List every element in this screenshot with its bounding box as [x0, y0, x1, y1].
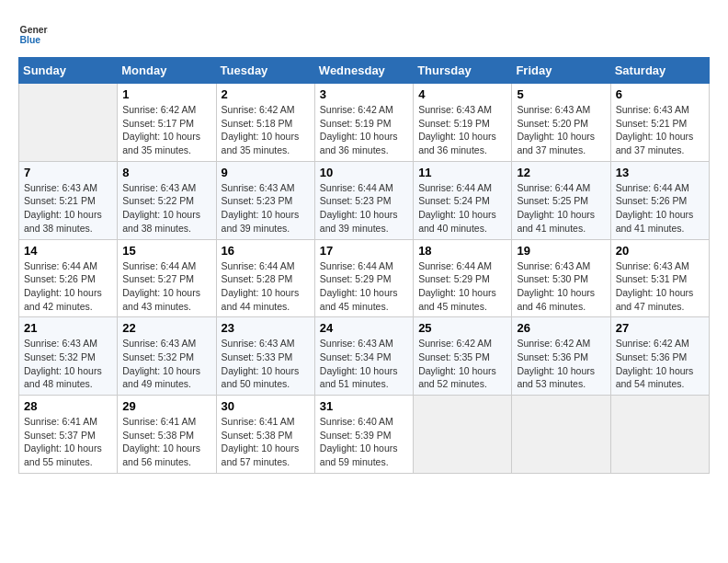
- calendar-table: SundayMondayTuesdayWednesdayThursdayFrid…: [18, 57, 710, 474]
- day-number: 3: [320, 87, 408, 101]
- day-number: 16: [222, 244, 310, 258]
- calendar-cell: 19Sunrise: 6:43 AM Sunset: 5:30 PM Dayli…: [512, 239, 610, 317]
- day-number: 22: [122, 321, 210, 335]
- day-number: 21: [24, 321, 112, 335]
- calendar-cell: 15Sunrise: 6:44 AM Sunset: 5:27 PM Dayli…: [118, 239, 216, 317]
- day-number: 13: [616, 166, 704, 179]
- calendar-cell: 26Sunrise: 6:42 AM Sunset: 5:36 PM Dayli…: [512, 317, 610, 396]
- day-info: Sunrise: 6:42 AM Sunset: 5:35 PM Dayligh…: [418, 338, 496, 389]
- calendar-cell: [414, 396, 512, 474]
- calendar-cell: 21Sunrise: 6:43 AM Sunset: 5:32 PM Dayli…: [19, 317, 118, 396]
- day-info: Sunrise: 6:44 AM Sunset: 5:26 PM Dayligh…: [24, 260, 102, 312]
- day-info: Sunrise: 6:42 AM Sunset: 5:18 PM Dayligh…: [222, 104, 300, 155]
- day-info: Sunrise: 6:44 AM Sunset: 5:29 PM Dayligh…: [320, 260, 398, 312]
- day-number: 6: [616, 87, 704, 101]
- day-info: Sunrise: 6:44 AM Sunset: 5:27 PM Dayligh…: [122, 260, 200, 312]
- day-info: Sunrise: 6:44 AM Sunset: 5:26 PM Dayligh…: [616, 182, 694, 234]
- day-number: 19: [517, 244, 605, 258]
- day-header-thursday: Thursday: [414, 58, 512, 84]
- day-info: Sunrise: 6:42 AM Sunset: 5:19 PM Dayligh…: [320, 104, 398, 155]
- calendar-cell: [19, 84, 118, 162]
- day-number: 30: [222, 399, 310, 413]
- calendar-cell: [610, 396, 709, 474]
- calendar-week-4: 21Sunrise: 6:43 AM Sunset: 5:32 PM Dayli…: [19, 317, 710, 396]
- day-number: 15: [122, 244, 210, 258]
- day-header-wednesday: Wednesday: [314, 58, 413, 84]
- day-number: 4: [418, 87, 506, 101]
- calendar-cell: 24Sunrise: 6:43 AM Sunset: 5:34 PM Dayli…: [314, 317, 413, 396]
- calendar-cell: 30Sunrise: 6:41 AM Sunset: 5:38 PM Dayli…: [216, 396, 314, 474]
- day-info: Sunrise: 6:43 AM Sunset: 5:34 PM Dayligh…: [320, 338, 398, 389]
- day-number: 9: [222, 166, 310, 179]
- day-info: Sunrise: 6:42 AM Sunset: 5:17 PM Dayligh…: [122, 104, 200, 155]
- day-number: 29: [122, 399, 210, 413]
- calendar-cell: 23Sunrise: 6:43 AM Sunset: 5:33 PM Dayli…: [216, 317, 314, 396]
- calendar-week-3: 14Sunrise: 6:44 AM Sunset: 5:26 PM Dayli…: [19, 239, 710, 317]
- day-number: 5: [517, 87, 605, 101]
- page-header: General Blue: [18, 18, 710, 48]
- logo-icon: General Blue: [18, 18, 48, 48]
- day-info: Sunrise: 6:43 AM Sunset: 5:32 PM Dayligh…: [122, 338, 200, 389]
- day-number: 14: [24, 244, 112, 258]
- calendar-cell: 4Sunrise: 6:43 AM Sunset: 5:19 PM Daylig…: [414, 84, 512, 162]
- calendar-week-5: 28Sunrise: 6:41 AM Sunset: 5:37 PM Dayli…: [19, 396, 710, 474]
- day-number: 24: [320, 321, 408, 335]
- day-number: 25: [418, 321, 506, 335]
- calendar-cell: 22Sunrise: 6:43 AM Sunset: 5:32 PM Dayli…: [118, 317, 216, 396]
- day-number: 12: [517, 166, 605, 179]
- calendar-cell: 12Sunrise: 6:44 AM Sunset: 5:25 PM Dayli…: [512, 161, 610, 239]
- day-number: 17: [320, 244, 408, 258]
- day-number: 8: [122, 166, 210, 179]
- calendar-cell: 1Sunrise: 6:42 AM Sunset: 5:17 PM Daylig…: [118, 84, 216, 162]
- calendar-cell: 11Sunrise: 6:44 AM Sunset: 5:24 PM Dayli…: [414, 161, 512, 239]
- day-number: 18: [418, 244, 506, 258]
- calendar-cell: 6Sunrise: 6:43 AM Sunset: 5:21 PM Daylig…: [610, 84, 709, 162]
- day-info: Sunrise: 6:43 AM Sunset: 5:21 PM Dayligh…: [616, 104, 694, 155]
- day-info: Sunrise: 6:41 AM Sunset: 5:37 PM Dayligh…: [24, 416, 102, 467]
- day-info: Sunrise: 6:44 AM Sunset: 5:29 PM Dayligh…: [418, 260, 496, 312]
- calendar-cell: 25Sunrise: 6:42 AM Sunset: 5:35 PM Dayli…: [414, 317, 512, 396]
- calendar-cell: 29Sunrise: 6:41 AM Sunset: 5:38 PM Dayli…: [118, 396, 216, 474]
- calendar-cell: 7Sunrise: 6:43 AM Sunset: 5:21 PM Daylig…: [19, 161, 118, 239]
- day-number: 27: [616, 321, 704, 335]
- calendar-cell: 14Sunrise: 6:44 AM Sunset: 5:26 PM Dayli…: [19, 239, 118, 317]
- logo: General Blue: [18, 18, 51, 48]
- day-number: 2: [222, 87, 310, 101]
- day-number: 1: [122, 87, 210, 101]
- svg-text:General: General: [20, 25, 48, 35]
- day-info: Sunrise: 6:44 AM Sunset: 5:23 PM Dayligh…: [320, 182, 398, 234]
- day-header-friday: Friday: [512, 58, 610, 84]
- day-number: 28: [24, 399, 112, 413]
- calendar-cell: 5Sunrise: 6:43 AM Sunset: 5:20 PM Daylig…: [512, 84, 610, 162]
- day-info: Sunrise: 6:43 AM Sunset: 5:32 PM Dayligh…: [24, 338, 102, 389]
- day-info: Sunrise: 6:41 AM Sunset: 5:38 PM Dayligh…: [122, 416, 200, 467]
- calendar-cell: 10Sunrise: 6:44 AM Sunset: 5:23 PM Dayli…: [314, 161, 413, 239]
- calendar-cell: 31Sunrise: 6:40 AM Sunset: 5:39 PM Dayli…: [314, 396, 413, 474]
- day-header-monday: Monday: [118, 58, 216, 84]
- day-info: Sunrise: 6:43 AM Sunset: 5:21 PM Dayligh…: [24, 182, 102, 234]
- calendar-cell: 8Sunrise: 6:43 AM Sunset: 5:22 PM Daylig…: [118, 161, 216, 239]
- day-number: 26: [517, 321, 605, 335]
- svg-text:Blue: Blue: [20, 35, 41, 45]
- calendar-cell: 20Sunrise: 6:43 AM Sunset: 5:31 PM Dayli…: [610, 239, 709, 317]
- calendar-cell: 17Sunrise: 6:44 AM Sunset: 5:29 PM Dayli…: [314, 239, 413, 317]
- day-header-sunday: Sunday: [19, 58, 118, 84]
- day-number: 31: [320, 399, 408, 413]
- day-number: 7: [24, 166, 112, 179]
- calendar-cell: 3Sunrise: 6:42 AM Sunset: 5:19 PM Daylig…: [314, 84, 413, 162]
- day-info: Sunrise: 6:42 AM Sunset: 5:36 PM Dayligh…: [616, 338, 694, 389]
- day-info: Sunrise: 6:43 AM Sunset: 5:22 PM Dayligh…: [122, 182, 200, 234]
- day-info: Sunrise: 6:43 AM Sunset: 5:20 PM Dayligh…: [517, 104, 595, 155]
- day-info: Sunrise: 6:41 AM Sunset: 5:38 PM Dayligh…: [222, 416, 300, 467]
- day-info: Sunrise: 6:43 AM Sunset: 5:30 PM Dayligh…: [517, 260, 595, 312]
- day-number: 10: [320, 166, 408, 179]
- calendar-cell: [512, 396, 610, 474]
- calendar-week-2: 7Sunrise: 6:43 AM Sunset: 5:21 PM Daylig…: [19, 161, 710, 239]
- day-info: Sunrise: 6:43 AM Sunset: 5:23 PM Dayligh…: [222, 182, 300, 234]
- day-number: 23: [222, 321, 310, 335]
- calendar-cell: 16Sunrise: 6:44 AM Sunset: 5:28 PM Dayli…: [216, 239, 314, 317]
- calendar-cell: 2Sunrise: 6:42 AM Sunset: 5:18 PM Daylig…: [216, 84, 314, 162]
- day-info: Sunrise: 6:43 AM Sunset: 5:33 PM Dayligh…: [222, 338, 300, 389]
- calendar-cell: 28Sunrise: 6:41 AM Sunset: 5:37 PM Dayli…: [19, 396, 118, 474]
- calendar-week-1: 1Sunrise: 6:42 AM Sunset: 5:17 PM Daylig…: [19, 84, 710, 162]
